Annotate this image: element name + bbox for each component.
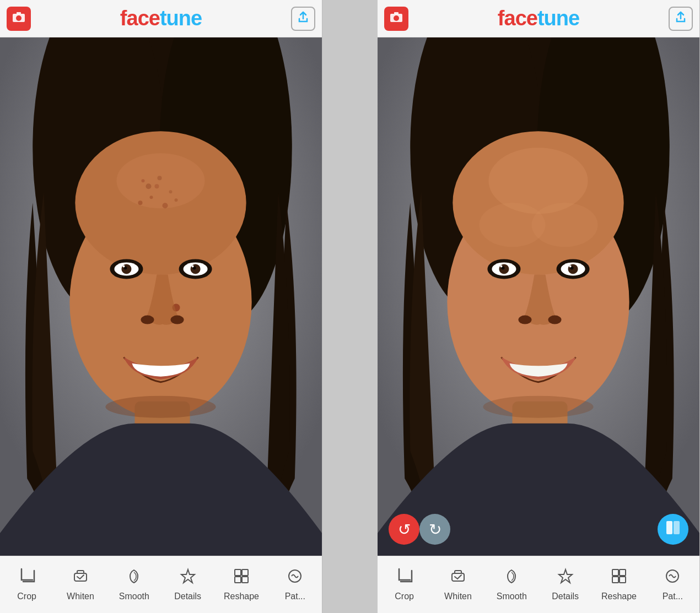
app-title-after: facetune: [498, 7, 579, 30]
patch-icon-before: [287, 568, 303, 588]
svg-rect-67: [666, 521, 672, 534]
svg-point-52: [531, 203, 597, 247]
tool-smooth-label-after: Smooth: [497, 592, 527, 601]
svg-point-28: [122, 265, 125, 267]
whiten-icon-before: [72, 568, 89, 588]
header-after: facetune: [378, 0, 699, 37]
svg-rect-2: [17, 12, 21, 14]
details-icon-after: [557, 568, 574, 588]
compare-icon: [665, 520, 681, 539]
camera-button-after[interactable]: [384, 7, 408, 31]
tool-patch-after[interactable]: Pat...: [646, 556, 699, 613]
image-area-before: [0, 37, 322, 556]
crop-icon-before: [19, 568, 35, 588]
svg-rect-73: [612, 577, 618, 583]
svg-rect-38: [235, 577, 241, 583]
smooth-icon-after: [503, 568, 520, 588]
reshape-icon-before: [233, 568, 250, 588]
camera-button-before[interactable]: [7, 7, 31, 31]
tool-whiten-before[interactable]: Whiten: [53, 556, 107, 613]
toolbar-before: Crop Whiten Smooth: [0, 556, 322, 613]
tool-crop-before[interactable]: Crop: [0, 556, 53, 613]
after-panel: facetune: [378, 0, 700, 613]
title-tune-after: tune: [537, 7, 579, 30]
title-face-before: face: [120, 7, 160, 30]
tool-crop-after[interactable]: Crop: [378, 556, 431, 613]
svg-rect-37: [242, 569, 248, 576]
svg-rect-68: [674, 521, 680, 534]
compare-button[interactable]: [658, 514, 688, 545]
tool-details-label-before: Details: [174, 592, 201, 601]
tool-whiten-label-after: Whiten: [444, 592, 472, 601]
panel-divider: [322, 0, 378, 613]
before-panel: facetune: [0, 0, 322, 613]
svg-point-42: [394, 15, 399, 21]
svg-rect-74: [620, 577, 626, 583]
svg-point-29: [192, 265, 194, 267]
smooth-icon-before: [126, 568, 142, 588]
svg-point-31: [171, 316, 184, 324]
tool-whiten-after[interactable]: Whiten: [431, 556, 484, 613]
svg-point-63: [518, 316, 531, 324]
tool-smooth-before[interactable]: Smooth: [107, 556, 161, 613]
svg-rect-43: [394, 12, 399, 14]
svg-point-33: [105, 396, 216, 418]
tool-details-before[interactable]: Details: [161, 556, 214, 613]
redo-icon: ↻: [429, 520, 441, 539]
whiten-icon-after: [450, 568, 466, 588]
tool-details-label-after: Details: [552, 592, 579, 601]
svg-point-61: [500, 265, 502, 267]
svg-point-1: [16, 15, 21, 21]
undo-icon: ↺: [398, 520, 411, 539]
title-face-after: face: [498, 7, 537, 30]
share-button-before[interactable]: [291, 7, 315, 31]
svg-point-19: [116, 153, 204, 208]
tool-crop-label-before: Crop: [17, 592, 36, 601]
details-icon-before: [180, 568, 196, 588]
tool-reshape-label-after: Reshape: [601, 592, 637, 601]
image-area-after: ↺ ↻: [378, 37, 699, 556]
svg-rect-69: [452, 573, 464, 581]
redo-button[interactable]: ↻: [419, 514, 450, 545]
app-title-before: facetune: [120, 7, 202, 30]
crop-icon-after: [396, 568, 413, 588]
action-buttons-after: ↺ ↻: [378, 514, 699, 545]
tool-smooth-after[interactable]: Smooth: [485, 556, 539, 613]
tool-whiten-label-before: Whiten: [67, 592, 94, 601]
svg-rect-36: [235, 569, 241, 576]
tool-patch-label-before: Pat...: [285, 592, 305, 601]
tool-details-after[interactable]: Details: [539, 556, 592, 613]
share-icon-after: [675, 11, 687, 26]
header-before: facetune: [0, 0, 322, 37]
tool-smooth-label-before: Smooth: [119, 592, 149, 601]
svg-point-66: [483, 396, 593, 418]
svg-marker-70: [559, 569, 572, 583]
toolbar-after: Crop Whiten Smooth: [378, 556, 699, 613]
share-icon-before: [297, 11, 309, 26]
svg-rect-72: [620, 569, 626, 576]
tool-reshape-before[interactable]: Reshape: [214, 556, 268, 613]
svg-rect-39: [242, 577, 248, 583]
tool-patch-before[interactable]: Pat...: [268, 556, 322, 613]
title-tune-before: tune: [160, 7, 202, 30]
tool-reshape-after[interactable]: Reshape: [592, 556, 645, 613]
camera-icon-before: [12, 12, 25, 26]
tool-crop-label-after: Crop: [395, 592, 414, 601]
undo-button[interactable]: ↺: [389, 514, 419, 545]
patch-icon-after: [664, 568, 681, 588]
tool-reshape-label-before: Reshape: [224, 592, 259, 601]
svg-rect-71: [612, 569, 618, 576]
svg-rect-34: [74, 573, 87, 581]
svg-marker-35: [181, 569, 195, 583]
svg-point-30: [141, 316, 154, 324]
tool-patch-label-after: Pat...: [663, 592, 683, 601]
share-button-after[interactable]: [669, 7, 693, 31]
svg-point-64: [548, 316, 562, 324]
reshape-icon-after: [611, 568, 627, 588]
camera-icon-after: [390, 12, 403, 26]
svg-point-62: [569, 265, 572, 267]
